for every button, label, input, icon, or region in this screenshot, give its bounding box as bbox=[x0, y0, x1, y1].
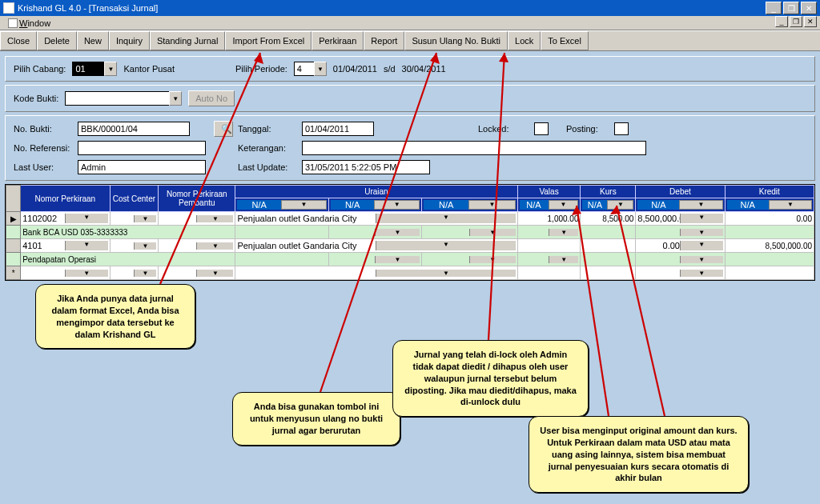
mdi-restore[interactable]: ❐ bbox=[790, 16, 802, 27]
pilih-periode-label: Pilih Periode: bbox=[235, 64, 287, 74]
toolbar-inquiry[interactable]: Inquiry bbox=[109, 31, 150, 50]
chevron-down-icon[interactable]: ▼ bbox=[169, 91, 182, 106]
col-nomor-perkiraan[interactable]: Nomor Perkiraan bbox=[21, 186, 110, 212]
sd-label: s/d bbox=[384, 64, 396, 74]
locked-checkbox[interactable] bbox=[534, 122, 549, 135]
table-row[interactable]: 4101▼▼▼Penjualan outlet Gandaria City▼0.… bbox=[6, 239, 814, 253]
date-to: 30/04/2011 bbox=[402, 64, 446, 74]
cabang-input[interactable] bbox=[72, 62, 104, 76]
table-row[interactable]: *▼▼▼▼▼ bbox=[6, 266, 814, 280]
toolbar-import-excel[interactable]: Import From Excel bbox=[225, 31, 312, 50]
window-title: Krishand GL 4.0 - [Transaksi Jurnal] bbox=[18, 3, 158, 13]
col-nomor-pembantu[interactable]: Nomor Perkiraan Pembantu bbox=[159, 186, 235, 212]
no-ref-label: No. Referensi: bbox=[14, 143, 78, 153]
window-menu-icon bbox=[8, 18, 18, 28]
kode-bukti-input[interactable] bbox=[65, 91, 169, 106]
mdi-close[interactable]: ✕ bbox=[804, 16, 817, 27]
tanggal-input[interactable] bbox=[302, 122, 374, 136]
menu-bar: Window bbox=[0, 16, 820, 30]
pilih-cabang-label: Pilih Cabang: bbox=[14, 64, 66, 74]
tanggal-label: Tanggal: bbox=[238, 124, 302, 134]
workspace: Pilih Cabang: ▼ Kantor Pusat Pilih Perio… bbox=[0, 51, 820, 286]
col-valas[interactable]: Valas bbox=[517, 186, 581, 198]
toolbar-lock[interactable]: Lock bbox=[508, 31, 541, 50]
date-from: 01/04/2011 bbox=[333, 64, 377, 74]
toolbar: Close Delete New Inquiry Standing Jurnal… bbox=[0, 30, 820, 51]
periode-input[interactable] bbox=[294, 62, 314, 76]
toolbar-perkiraan[interactable]: Perkiraan bbox=[312, 31, 364, 50]
col-cost-center[interactable]: Cost Center bbox=[110, 186, 159, 212]
filter-kurs[interactable]: N/A▼ bbox=[581, 198, 636, 212]
cabang-combo[interactable]: ▼ bbox=[72, 62, 117, 76]
filter-uraian-2[interactable]: N/A▼ bbox=[328, 198, 421, 212]
callout-valas-kurs: User bisa menginput original amount dan … bbox=[529, 416, 749, 493]
col-kurs[interactable]: Kurs bbox=[581, 186, 636, 198]
table-row[interactable]: ▶1102002▼▼▼Penjualan outlet Gandaria Cit… bbox=[6, 212, 814, 226]
minimize-button[interactable]: _ bbox=[766, 2, 782, 14]
filter-uraian-3[interactable]: N/A▼ bbox=[422, 198, 517, 212]
toolbar-delete[interactable]: Delete bbox=[37, 31, 77, 50]
last-update-input[interactable] bbox=[302, 160, 430, 174]
col-kredit[interactable]: Kredit bbox=[725, 186, 814, 198]
no-bukti-label: No. Bukti: bbox=[14, 124, 78, 134]
posting-checkbox[interactable] bbox=[614, 122, 629, 135]
kode-bukti-combo[interactable]: ▼ bbox=[65, 91, 182, 106]
app-icon bbox=[3, 2, 14, 14]
filter-panel-2: Kode Bukti: ▼ Auto No bbox=[5, 85, 815, 112]
periode-combo[interactable]: ▼ bbox=[294, 62, 327, 76]
locked-label: Locked: bbox=[478, 124, 534, 134]
table-sub-row[interactable]: Bank BCA USD 035-3333333▼▼▼▼ bbox=[6, 226, 814, 239]
posting-label: Posting: bbox=[566, 124, 614, 134]
chevron-down-icon[interactable]: ▼ bbox=[104, 62, 117, 76]
close-window-button[interactable]: ✕ bbox=[801, 2, 817, 14]
toolbar-report[interactable]: Report bbox=[364, 31, 404, 50]
toolbar-to-excel[interactable]: To Excel bbox=[541, 31, 589, 50]
table-sub-row[interactable]: Pendapatan Operasi▼▼▼▼ bbox=[6, 253, 814, 266]
toolbar-new[interactable]: New bbox=[77, 31, 109, 50]
filter-panel-1: Pilih Cabang: ▼ Kantor Pusat Pilih Perio… bbox=[5, 56, 815, 82]
callout-import-excel: Jika Anda punya data jurnal dalam format… bbox=[35, 284, 195, 349]
mdi-minimize[interactable]: _ bbox=[775, 16, 788, 27]
col-debet[interactable]: Debet bbox=[636, 186, 725, 198]
last-update-label: Last Update: bbox=[238, 162, 302, 172]
menu-window-rest: indow bbox=[27, 18, 50, 28]
auto-no-button[interactable]: Auto No bbox=[188, 90, 235, 106]
lookup-button[interactable]: 🔍 bbox=[214, 121, 233, 137]
mdi-child-buttons: _ ❐ ✕ bbox=[775, 16, 817, 27]
filter-uraian-1[interactable]: N/A▼ bbox=[235, 198, 328, 212]
no-bukti-input[interactable] bbox=[78, 122, 190, 136]
callout-susun-ulang: Anda bisa gunakan tombol ini untuk menyu… bbox=[232, 392, 400, 446]
callout-lock: Jurnal yang telah di-lock oleh Admin tid… bbox=[392, 340, 589, 417]
filter-kredit[interactable]: N/A▼ bbox=[725, 198, 814, 212]
chevron-down-icon[interactable]: ▼ bbox=[314, 62, 327, 76]
keterangan-label: Keterangan: bbox=[238, 143, 302, 153]
maximize-button[interactable]: ❐ bbox=[783, 2, 799, 14]
cabang-name: Kantor Pusat bbox=[123, 64, 175, 74]
toolbar-susun-ulang[interactable]: Susun Ulang No. Bukti bbox=[404, 31, 508, 50]
filter-valas[interactable]: N/A▼ bbox=[517, 198, 581, 212]
no-ref-input[interactable] bbox=[78, 141, 206, 155]
keterangan-input[interactable] bbox=[302, 141, 646, 155]
kode-bukti-label: Kode Bukti: bbox=[14, 94, 58, 103]
last-user-input[interactable] bbox=[78, 160, 206, 174]
menu-window[interactable]: Window bbox=[3, 18, 55, 29]
journal-grid[interactable]: Nomor Perkiraan Cost Center Nomor Perkir… bbox=[5, 184, 815, 281]
last-user-label: Last User: bbox=[14, 162, 78, 172]
window-titlebar: Krishand GL 4.0 - [Transaksi Jurnal] _ ❐… bbox=[0, 0, 820, 16]
row-selector-header bbox=[6, 186, 21, 212]
toolbar-close[interactable]: Close bbox=[0, 31, 37, 50]
toolbar-standing-jurnal[interactable]: Standing Jurnal bbox=[150, 31, 225, 50]
form-panel: No. Bukti: 🔍 Tanggal: Locked: Posting: N… bbox=[5, 115, 815, 181]
col-uraian[interactable]: Uraian bbox=[235, 186, 517, 198]
filter-debet[interactable]: N/A▼ bbox=[636, 198, 725, 212]
